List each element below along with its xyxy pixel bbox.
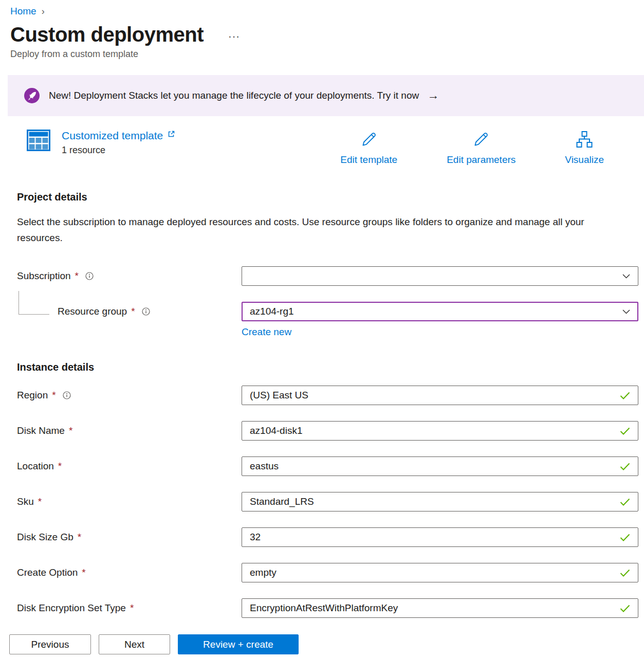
template-resource-count: 1 resource	[62, 145, 175, 156]
region-row: Region * (US) East US	[17, 386, 638, 405]
resource-group-row: Resource group * az104-rg1	[17, 302, 638, 321]
region-input[interactable]: (US) East US	[242, 386, 638, 405]
resource-group-dropdown[interactable]: az104-rg1	[242, 302, 638, 321]
create-option-value: empty	[250, 567, 615, 578]
page-subtitle: Deploy from a custom template	[10, 49, 644, 60]
breadcrumb-chevron-icon: ›	[42, 6, 45, 17]
disk-encryption-set-type-label-group: Disk Encryption Set Type *	[17, 602, 242, 614]
banner-message: New! Deployment Stacks let you manage th…	[49, 90, 419, 101]
required-asterisk: *	[58, 461, 62, 472]
edit-template-label: Edit template	[340, 154, 397, 166]
resource-group-connector-line	[19, 291, 49, 315]
disk-encryption-set-type-value: EncryptionAtRestWithPlatformKey	[250, 602, 615, 614]
instance-details-section: Instance details Region *	[17, 361, 638, 618]
valid-checkmark-icon	[620, 605, 630, 612]
project-details-section: Project details Select the subscription …	[17, 191, 638, 338]
location-label-group: Location *	[17, 461, 242, 472]
valid-checkmark-icon	[620, 498, 630, 506]
wizard-footer: Previous Next Review + create	[0, 620, 644, 658]
region-label-group: Region *	[17, 390, 242, 401]
valid-checkmark-icon	[620, 427, 630, 435]
create-new-link[interactable]: Create new	[242, 326, 291, 338]
disk-encryption-set-type-input[interactable]: EncryptionAtRestWithPlatformKey	[242, 598, 638, 618]
info-icon[interactable]	[63, 391, 71, 399]
sku-label-group: Sku *	[17, 496, 242, 507]
external-link-icon	[167, 130, 175, 138]
template-icon	[27, 130, 50, 151]
disk-size-gb-input[interactable]: 32	[242, 527, 638, 547]
template-toolbar: Edit template Edit parameters	[340, 131, 627, 166]
required-asterisk: *	[82, 567, 85, 578]
resource-group-value: az104-rg1	[250, 306, 617, 317]
subscription-label-group: Subscription *	[17, 270, 242, 282]
disk-name-row: Disk Name * az104-disk1	[17, 421, 638, 441]
org-chart-icon	[575, 131, 594, 151]
template-link-label: Customized template	[62, 130, 163, 142]
subscription-row: Subscription *	[17, 266, 638, 286]
required-asterisk: *	[130, 602, 134, 614]
valid-checkmark-icon	[620, 569, 630, 577]
info-icon[interactable]	[85, 272, 94, 280]
deployment-stacks-banner[interactable]: New! Deployment Stacks let you manage th…	[8, 75, 644, 116]
more-options-button[interactable]: ···	[228, 30, 240, 42]
required-asterisk: *	[78, 532, 81, 543]
instance-details-rows: Region * (US) East US	[17, 386, 638, 618]
disk-name-label-group: Disk Name *	[17, 425, 242, 436]
location-row: Location * eastus	[17, 456, 638, 476]
project-details-heading: Project details	[17, 191, 638, 203]
required-asterisk: *	[69, 425, 72, 436]
breadcrumb: Home ›	[0, 0, 644, 17]
breadcrumb-home-link[interactable]: Home	[10, 6, 36, 17]
rocket-icon	[24, 87, 40, 104]
review-create-button[interactable]: Review + create	[178, 634, 299, 654]
template-info: Customized template 1 resource	[62, 130, 175, 156]
valid-checkmark-icon	[620, 392, 630, 399]
location-value: eastus	[250, 461, 615, 472]
create-option-label-group: Create Option *	[17, 567, 242, 578]
next-button[interactable]: Next	[99, 634, 170, 654]
location-input[interactable]: eastus	[242, 456, 638, 476]
customized-template-link[interactable]: Customized template	[62, 130, 175, 142]
info-icon[interactable]	[142, 307, 150, 316]
disk-size-gb-row: Disk Size Gb * 32	[17, 527, 638, 547]
arrow-right-icon[interactable]: →	[427, 89, 439, 101]
disk-size-gb-label-group: Disk Size Gb *	[17, 532, 242, 543]
required-asterisk: *	[75, 270, 79, 282]
create-option-label: Create Option	[17, 567, 78, 578]
project-details-rows: Subscription *	[17, 266, 638, 321]
required-asterisk: *	[131, 306, 135, 317]
required-asterisk: *	[52, 390, 56, 401]
create-option-input[interactable]: empty	[242, 563, 638, 582]
pencil-icon	[472, 131, 490, 151]
custom-deployment-page: Home › Custom deployment ··· Deploy from…	[0, 0, 644, 618]
project-details-description: Select the subscription to manage deploy…	[17, 214, 605, 246]
valid-checkmark-icon	[620, 463, 630, 470]
resource-group-label-group: Resource group *	[17, 306, 242, 317]
sku-input[interactable]: Standard_LRS	[242, 492, 638, 511]
valid-checkmark-icon	[620, 534, 630, 541]
disk-name-input[interactable]: az104-disk1	[242, 421, 638, 441]
create-option-row: Create Option * empty	[17, 563, 638, 582]
disk-name-label: Disk Name	[17, 425, 65, 436]
sku-value: Standard_LRS	[250, 496, 615, 507]
disk-size-gb-label: Disk Size Gb	[17, 532, 73, 543]
template-card: Customized template 1 resource Edit temp…	[27, 130, 627, 166]
edit-template-button[interactable]: Edit template	[340, 131, 397, 166]
edit-parameters-label: Edit parameters	[447, 154, 516, 166]
pencil-icon	[360, 131, 378, 151]
disk-encryption-set-type-row: Disk Encryption Set Type * EncryptionAtR…	[17, 598, 638, 618]
chevron-down-icon	[622, 274, 630, 279]
required-asterisk: *	[38, 496, 42, 507]
edit-parameters-button[interactable]: Edit parameters	[447, 131, 516, 166]
page-header: Custom deployment ···	[10, 23, 644, 46]
instance-details-heading: Instance details	[17, 361, 638, 373]
subscription-dropdown[interactable]	[242, 266, 638, 286]
subscription-label: Subscription	[17, 270, 71, 282]
previous-button[interactable]: Previous	[9, 634, 91, 654]
visualize-button[interactable]: Visualize	[565, 131, 604, 166]
sku-label: Sku	[17, 496, 34, 507]
region-value: (US) East US	[250, 390, 615, 401]
disk-size-gb-value: 32	[250, 532, 615, 543]
location-label: Location	[17, 461, 54, 472]
resource-group-label: Resource group	[58, 306, 127, 317]
